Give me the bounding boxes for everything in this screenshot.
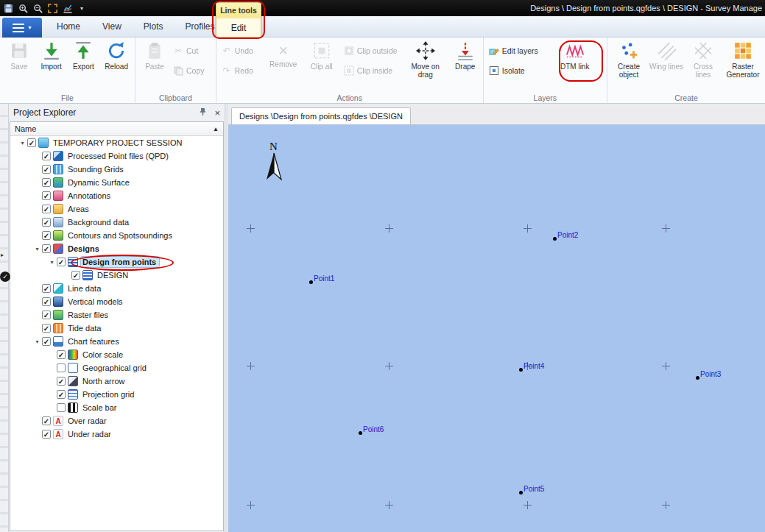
copy-button[interactable]: Copy (171, 64, 207, 77)
wing-lines-button[interactable]: Wing lines (649, 39, 684, 93)
annotation-ellipse-dtm-link (559, 40, 603, 82)
visibility-checkbox[interactable]: ✓ (42, 152, 51, 160)
tree-item-under-radar[interactable]: ✓AUnder radar (10, 428, 223, 441)
project-tree: ▾✓TEMPORARY PROJECT SESSION✓Processed Po… (10, 136, 223, 531)
chart-icon[interactable] (63, 4, 73, 13)
visibility-checkbox[interactable] (57, 363, 66, 372)
visibility-checkbox[interactable]: ✓ (27, 138, 36, 147)
tree-item-geographical-grid[interactable]: Geographical grid (10, 361, 223, 375)
tab-view[interactable]: View (91, 16, 133, 38)
dock-expand-icon[interactable]: ▸ (1, 252, 4, 258)
remove-button[interactable]: × Remove (265, 39, 302, 93)
tree-item-chart-features[interactable]: ▾✓Chart features (10, 335, 223, 348)
zoom-out-icon[interactable] (33, 4, 43, 13)
tree-item-line-data[interactable]: ✓Line data (10, 282, 223, 295)
export-button[interactable]: Export (68, 39, 100, 93)
visibility-checkbox[interactable]: ✓ (42, 231, 51, 240)
tree-item-designs[interactable]: ▾✓Designs (10, 242, 223, 255)
raster-generator-button[interactable]: Raster Generator (722, 39, 764, 93)
tree-item-background-data[interactable]: ✓Background data (10, 216, 223, 229)
move-on-drag-button[interactable]: Move on drag (405, 39, 446, 93)
visibility-checkbox[interactable] (57, 403, 66, 412)
import-button[interactable]: Import (35, 39, 68, 93)
tree-item-tide-data[interactable]: ✓Tide data (10, 322, 223, 335)
isolate-label: Isolate (502, 66, 525, 75)
tree-item-contours-and-spotsoundings[interactable]: ✓Contours and Spotsoundings (10, 229, 223, 242)
save-quick-icon[interactable] (4, 4, 13, 13)
save-button[interactable]: Save (3, 39, 35, 93)
tree-item-temporary-project-session[interactable]: ▾✓TEMPORARY PROJECT SESSION (10, 136, 223, 149)
visibility-checkbox[interactable]: ✓ (42, 218, 51, 227)
pin-icon[interactable] (199, 106, 207, 119)
tree-item-dynamic-surface[interactable]: ✓Dynamic Surface (10, 176, 223, 189)
undo-button[interactable]: ↶ Undo (219, 44, 262, 57)
visibility-checkbox[interactable]: ✓ (71, 271, 80, 280)
drape-button[interactable]: Drape (449, 39, 482, 93)
cut-button[interactable]: ✂ Cut (171, 44, 207, 57)
visibility-checkbox[interactable]: ✓ (42, 205, 51, 213)
tree-item-areas[interactable]: ✓Areas (10, 202, 223, 216)
save-icon (10, 41, 29, 60)
visibility-checkbox[interactable]: ✓ (42, 337, 51, 346)
wing-lines-icon (657, 41, 676, 60)
tab-plots[interactable]: Plots (133, 16, 174, 38)
tree-item-projection-grid[interactable]: ✓Projection grid (10, 388, 223, 401)
zoom-in-icon[interactable] (18, 4, 28, 13)
paste-button[interactable]: Paste (138, 39, 171, 93)
visibility-checkbox[interactable]: ✓ (42, 178, 51, 187)
drape-label: Drape (455, 63, 475, 71)
visibility-checkbox[interactable]: ✓ (42, 297, 51, 306)
visibility-checkbox[interactable]: ✓ (42, 191, 51, 200)
reload-button[interactable]: Reload (99, 39, 133, 93)
document-tab-design[interactable]: Designs \Design from points.qgfdes \DESI… (231, 107, 411, 124)
application-menu-button[interactable]: ▾ (2, 18, 42, 38)
grid-cross (523, 501, 532, 509)
tree-item-vertical-models[interactable]: ✓Vertical models (10, 295, 223, 308)
visibility-checkbox[interactable]: ✓ (42, 284, 51, 293)
isolate-button[interactable]: Isolate (487, 64, 550, 77)
tree-item-color-scale[interactable]: ✓Color scale (10, 348, 223, 361)
cross-lines-button[interactable]: Cross lines (685, 39, 721, 93)
tree-item-north-arrow[interactable]: ✓North arrow (10, 375, 223, 388)
expander-icon[interactable]: ▾ (32, 338, 42, 345)
clip-outside-button[interactable]: Clip outside (342, 44, 402, 57)
visibility-checkbox[interactable]: ✓ (57, 258, 66, 266)
create-object-button[interactable]: Create object (610, 39, 647, 93)
visibility-checkbox[interactable]: ✓ (42, 244, 51, 253)
tree-item-scale-bar[interactable]: Scale bar (10, 401, 223, 414)
quick-access-dropdown-icon[interactable]: ▾ (80, 5, 83, 12)
drape-icon (456, 41, 475, 60)
tree-item-sounding-grids[interactable]: ✓Sounding Grids (10, 163, 223, 176)
map-canvas[interactable]: N Point1Point2Point3Point4Point5Point6 (228, 125, 765, 532)
visibility-checkbox[interactable]: ✓ (42, 311, 51, 319)
expander-icon[interactable]: ▾ (18, 140, 27, 146)
visibility-checkbox[interactable]: ✓ (42, 416, 51, 425)
ribbon-tabs: Home View Plots Profiles (46, 16, 226, 38)
visibility-checkbox[interactable]: ✓ (42, 324, 51, 333)
tree-item-label: Annotations (66, 191, 113, 201)
visibility-checkbox[interactable]: ✓ (42, 430, 51, 439)
visibility-checkbox[interactable]: ✓ (57, 350, 66, 359)
fit-view-icon[interactable] (48, 4, 57, 13)
edit-layers-button[interactable]: Edit layers (487, 44, 550, 57)
tree-item-annotations[interactable]: ✓Annotations (10, 189, 223, 202)
close-icon[interactable]: × (214, 108, 220, 118)
visibility-checkbox[interactable]: ✓ (42, 165, 51, 174)
redo-button[interactable]: ↷ Redo (219, 64, 262, 77)
sort-arrow-icon[interactable]: ▲ (213, 126, 219, 132)
tree-item-raster-files[interactable]: ✓Raster files (10, 308, 223, 322)
clip-all-button[interactable]: Clip all (305, 39, 339, 93)
visibility-checkbox[interactable]: ✓ (57, 390, 66, 399)
clip-inside-button[interactable]: Clip inside (342, 64, 402, 77)
project-explorer-header: Project Explorer × (9, 104, 225, 121)
window-title: Designs \ Design from points.qgfdes \ DE… (530, 0, 765, 16)
tree-item-label: Designs (66, 244, 102, 254)
check-badge-icon[interactable]: ✓ (0, 272, 10, 282)
visibility-checkbox[interactable]: ✓ (57, 377, 66, 386)
tab-home[interactable]: Home (46, 16, 91, 38)
expander-icon[interactable]: ▾ (47, 259, 57, 266)
expander-icon[interactable]: ▾ (32, 246, 42, 252)
tree-column-header[interactable]: Name ▲ (10, 122, 223, 136)
tree-item-processed-point-files-qpd[interactable]: ✓Processed Point files (QPD) (10, 149, 223, 163)
tree-item-over-radar[interactable]: ✓AOver radar (10, 414, 223, 428)
